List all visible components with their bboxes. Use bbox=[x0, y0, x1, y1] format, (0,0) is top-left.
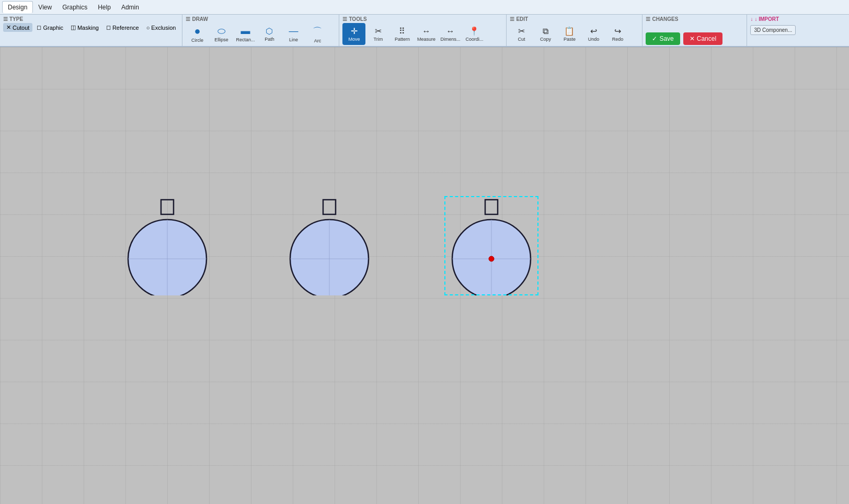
type-masking[interactable]: ◫ Masking bbox=[67, 23, 102, 32]
redo-icon: ↪ bbox=[614, 26, 621, 36]
menu-help[interactable]: Help bbox=[93, 2, 116, 13]
type-reference[interactable]: ◻ Reference bbox=[103, 23, 142, 32]
paste-icon: 📋 bbox=[564, 26, 575, 36]
changes-panel-title: ☰ CHANGES bbox=[646, 16, 743, 23]
rectangle-tool[interactable]: ▬ Rectan... bbox=[234, 23, 257, 45]
changes-panel: ☰ CHANGES ✓ ✓ Save Save ✕ Cancel bbox=[643, 15, 747, 46]
menu-graphics[interactable]: Graphics bbox=[57, 2, 93, 13]
cancel-x-icon: ✕ bbox=[690, 35, 695, 42]
menu-design[interactable]: Design bbox=[2, 1, 33, 13]
type-panel-title: ☰ TYPE bbox=[3, 16, 179, 23]
edit-buttons: ✂ Cut ⧉ Copy 📋 Paste ↩ Undo ↪ Redo bbox=[510, 23, 639, 45]
path-icon: ⬡ bbox=[266, 26, 273, 36]
cut-icon: ✂ bbox=[518, 26, 525, 36]
svg-rect-8 bbox=[485, 200, 498, 214]
menu-icon: ☰ bbox=[3, 16, 8, 22]
tools-panel: ☰ TOOLS ✛ Move ✂ Trim ⠿ Pattern ↔ Measur… bbox=[339, 15, 507, 46]
ellipse-icon: ⬭ bbox=[217, 26, 225, 37]
draw-menu-icon: ☰ bbox=[186, 16, 190, 22]
type-cutout[interactable]: ✕ Cutout bbox=[3, 23, 32, 32]
tools-panel-title: ☰ TOOLS bbox=[342, 16, 503, 23]
pattern-icon: ⠿ bbox=[399, 26, 405, 36]
circle-icon: ● bbox=[194, 25, 200, 37]
svg-point-12 bbox=[489, 256, 494, 261]
3d-component-button[interactable]: 3D Componen... bbox=[750, 25, 796, 35]
measure-tool[interactable]: ↔ Measure bbox=[415, 23, 438, 45]
type-options: ✕ Cutout ◻ Graphic ◫ Masking ◻ Reference… bbox=[3, 23, 179, 32]
move-tool[interactable]: ✛ Move bbox=[342, 23, 365, 45]
shape1-svg bbox=[125, 199, 209, 295]
import-download-icon: ↓ bbox=[750, 16, 753, 22]
pattern-tool[interactable]: ⠿ Pattern bbox=[391, 23, 414, 45]
changes-menu-icon: ☰ bbox=[646, 16, 650, 22]
arc-tool[interactable]: ⌒ Arc bbox=[306, 23, 329, 45]
dimension-tool[interactable]: ↔ Dimens... bbox=[439, 23, 462, 45]
copy-icon: ⧉ bbox=[543, 27, 548, 36]
paste-button[interactable]: 📋 Paste bbox=[558, 23, 581, 45]
measure-icon: ↔ bbox=[422, 27, 430, 36]
tools-menu-icon: ☰ bbox=[342, 16, 347, 22]
coordinate-icon: 📍 bbox=[469, 26, 479, 36]
cutout-icon: ✕ bbox=[6, 24, 11, 31]
undo-button[interactable]: ↩ Undo bbox=[582, 23, 605, 45]
dimension-icon: ↔ bbox=[446, 27, 454, 36]
exclusion-icon: ○ bbox=[146, 25, 150, 31]
graphic-page-icon: ◻ bbox=[37, 24, 41, 31]
shape2-svg bbox=[288, 199, 371, 295]
coordinate-tool[interactable]: 📍 Coordi... bbox=[463, 23, 486, 45]
shape3-svg bbox=[450, 199, 533, 295]
draw-panel-title: ☰ DRAW bbox=[186, 16, 336, 23]
move-icon: ✛ bbox=[351, 26, 358, 36]
svg-rect-0 bbox=[161, 200, 174, 214]
edit-panel: ☰ EDIT ✂ Cut ⧉ Copy 📋 Paste ↩ Undo ↪ Red bbox=[507, 15, 643, 46]
changes-buttons: ✓ ✓ Save Save ✕ Cancel bbox=[646, 30, 743, 45]
main-content bbox=[0, 47, 849, 504]
save-button[interactable]: ✓ ✓ Save Save bbox=[646, 32, 680, 45]
rectangle-icon: ▬ bbox=[240, 26, 250, 37]
type-exclusion[interactable]: ○ Exclusion bbox=[143, 24, 179, 32]
svg-rect-4 bbox=[323, 200, 336, 214]
shape3-container[interactable] bbox=[450, 199, 533, 297]
type-panel: ☰ TYPE ✕ Cutout ◻ Graphic ◫ Masking ◻ Re… bbox=[0, 15, 182, 46]
import-panel: ↓ ↓ IMPORT 3D Componen... bbox=[747, 15, 849, 46]
menu-bar: Design View Graphics Help Admin bbox=[0, 0, 849, 15]
import-panel-title: ↓ ↓ IMPORT bbox=[750, 16, 779, 23]
full-toolbar: ☰ TYPE ✕ Cutout ◻ Graphic ◫ Masking ◻ Re… bbox=[0, 15, 849, 47]
shape2-container[interactable] bbox=[288, 199, 371, 297]
path-tool[interactable]: ⬡ Path bbox=[258, 23, 281, 45]
redo-button[interactable]: ↪ Redo bbox=[606, 23, 629, 45]
ellipse-tool[interactable]: ⬭ Ellipse bbox=[210, 23, 233, 45]
shape1-container[interactable] bbox=[125, 199, 209, 297]
tools-buttons: ✛ Move ✂ Trim ⠿ Pattern ↔ Measure ↔ Dime… bbox=[342, 23, 503, 45]
reference-icon: ◻ bbox=[106, 24, 111, 31]
save-checkmark-icon: ✓ bbox=[652, 35, 657, 42]
trim-tool[interactable]: ✂ Trim bbox=[366, 23, 389, 45]
type-graphic[interactable]: ◻ Graphic bbox=[33, 23, 66, 32]
menu-view[interactable]: View bbox=[33, 2, 57, 13]
menu-admin[interactable]: Admin bbox=[116, 2, 144, 13]
edit-menu-icon: ☰ bbox=[510, 16, 514, 22]
line-tool[interactable]: — Line bbox=[282, 23, 305, 45]
trim-icon: ✂ bbox=[375, 26, 382, 36]
cut-button[interactable]: ✂ Cut bbox=[510, 23, 533, 45]
arc-icon: ⌒ bbox=[313, 25, 322, 38]
canvas-area[interactable] bbox=[0, 47, 849, 504]
copy-button[interactable]: ⧉ Copy bbox=[534, 23, 557, 45]
undo-icon: ↩ bbox=[590, 26, 597, 36]
edit-panel-title: ☰ EDIT bbox=[510, 16, 639, 23]
draw-panel: ☰ DRAW ● Circle ⬭ Ellipse ▬ Rectan... ⬡ … bbox=[182, 15, 339, 46]
draw-tools: ● Circle ⬭ Ellipse ▬ Rectan... ⬡ Path — … bbox=[186, 23, 336, 45]
circle-tool[interactable]: ● Circle bbox=[186, 23, 209, 45]
masking-icon: ◫ bbox=[71, 24, 76, 31]
line-icon: — bbox=[289, 26, 298, 37]
cancel-button[interactable]: ✕ Cancel bbox=[683, 32, 722, 45]
